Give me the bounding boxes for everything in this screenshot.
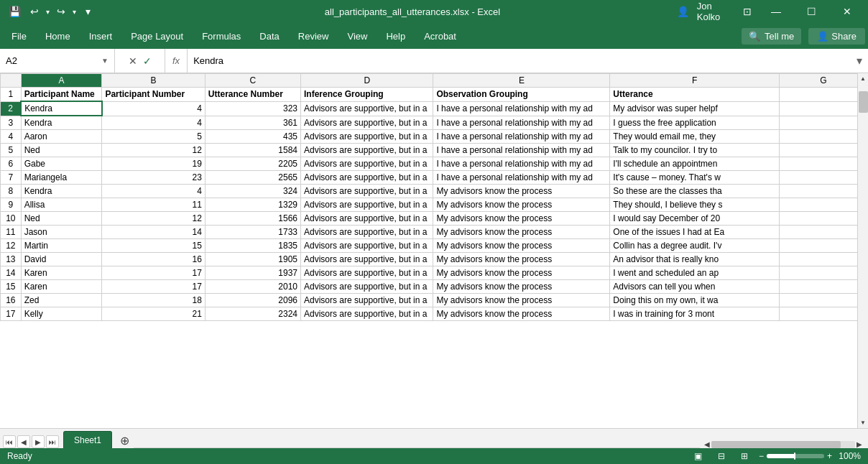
scroll-up-button[interactable]: ▲ bbox=[858, 73, 869, 84]
cell-d1[interactable]: Inference Grouping bbox=[301, 88, 433, 102]
cell-g1[interactable] bbox=[780, 88, 868, 102]
maximize-button[interactable]: ☐ bbox=[797, 0, 827, 23]
cell-a10[interactable]: Ned bbox=[21, 212, 102, 226]
cell-f4[interactable]: They would email me, they bbox=[610, 130, 780, 144]
first-sheet-button[interactable]: ⏮ bbox=[3, 435, 16, 448]
row-number[interactable]: 15 bbox=[1, 280, 22, 294]
cell-f13[interactable]: An advisor that is really kno bbox=[610, 253, 780, 266]
cell-e7[interactable]: I have a personal relationship with my a… bbox=[433, 171, 610, 185]
cell-g3[interactable] bbox=[780, 116, 868, 130]
cell-c7[interactable]: 2565 bbox=[205, 171, 300, 185]
cell-f14[interactable]: I went and scheduled an ap bbox=[610, 266, 780, 280]
cell-d14[interactable]: Advisors are supportive, but in a bbox=[301, 266, 433, 280]
cell-g10[interactable] bbox=[780, 212, 868, 226]
cell-b5[interactable]: 12 bbox=[102, 144, 205, 157]
cell-a14[interactable]: Karen bbox=[21, 266, 102, 280]
cell-f12[interactable]: Collin has a degree audit. I'v bbox=[610, 239, 780, 253]
cell-b8[interactable]: 4 bbox=[102, 185, 205, 198]
row-number[interactable]: 1 bbox=[1, 88, 22, 102]
cell-e2[interactable]: I have a personal relationship with my a… bbox=[433, 101, 610, 116]
cell-c3[interactable]: 361 bbox=[205, 116, 300, 130]
formula-input[interactable]: Kendra bbox=[188, 55, 851, 66]
cell-d10[interactable]: Advisors are supportive, but in a bbox=[301, 212, 433, 226]
row-number[interactable]: 8 bbox=[1, 185, 22, 198]
cell-f9[interactable]: They should, I believe they s bbox=[610, 198, 780, 212]
cell-g17[interactable] bbox=[780, 307, 868, 321]
cell-e10[interactable]: My advisors know the process bbox=[433, 212, 610, 226]
row-number[interactable]: 12 bbox=[1, 239, 22, 253]
menu-page-layout[interactable]: Page Layout bbox=[122, 27, 192, 46]
row-number[interactable]: 3 bbox=[1, 116, 22, 130]
cell-e17[interactable]: My advisors know the process bbox=[433, 307, 610, 321]
hscroll-track[interactable] bbox=[711, 441, 855, 448]
cell-f17[interactable]: I was in training for 3 mont bbox=[610, 307, 780, 321]
cell-g14[interactable] bbox=[780, 266, 868, 280]
formula-expand-icon[interactable]: ▾ bbox=[851, 54, 868, 68]
sheet-tab-sheet1[interactable]: Sheet1 bbox=[63, 431, 112, 448]
undo-icon[interactable]: ↩ bbox=[26, 3, 43, 20]
table-row[interactable]: 4Aaron5435Advisors are supportive, but i… bbox=[1, 130, 868, 144]
add-sheet-button[interactable]: ⊕ bbox=[116, 432, 132, 448]
cell-g12[interactable] bbox=[780, 239, 868, 253]
table-row[interactable]: 8Kendra4324Advisors are supportive, but … bbox=[1, 185, 868, 198]
table-row[interactable]: 13David161905Advisors are supportive, bu… bbox=[1, 253, 868, 266]
zoom-control[interactable]: − + 100% bbox=[759, 451, 861, 461]
cell-c14[interactable]: 1937 bbox=[205, 266, 300, 280]
cell-c10[interactable]: 1566 bbox=[205, 212, 300, 226]
hscroll-right-button[interactable]: ▶ bbox=[857, 440, 862, 448]
ribbon-toggle-icon[interactable]: ⊡ bbox=[739, 3, 755, 20]
cell-e8[interactable]: My advisors know the process bbox=[433, 185, 610, 198]
cell-c5[interactable]: 1584 bbox=[205, 144, 300, 157]
menu-data[interactable]: Data bbox=[251, 27, 287, 46]
cell-b17[interactable]: 21 bbox=[102, 307, 205, 321]
cell-a8[interactable]: Kendra bbox=[21, 185, 102, 198]
cell-a13[interactable]: David bbox=[21, 253, 102, 266]
table-row[interactable]: 1Participant NameParticipant NumberUtter… bbox=[1, 88, 868, 102]
cell-a5[interactable]: Ned bbox=[21, 144, 102, 157]
cell-b16[interactable]: 18 bbox=[102, 294, 205, 307]
cell-e4[interactable]: I have a personal relationship with my a… bbox=[433, 130, 610, 144]
cell-c1[interactable]: Utterance Number bbox=[205, 88, 300, 102]
cell-f8[interactable]: So these are the classes tha bbox=[610, 185, 780, 198]
cell-e1[interactable]: Observation Grouping bbox=[433, 88, 610, 102]
menu-review[interactable]: Review bbox=[290, 27, 338, 46]
cell-d3[interactable]: Advisors are supportive, but in a bbox=[301, 116, 433, 130]
cell-d11[interactable]: Advisors are supportive, but in a bbox=[301, 226, 433, 239]
row-number[interactable]: 5 bbox=[1, 144, 22, 157]
menu-insert[interactable]: Insert bbox=[80, 27, 121, 46]
cell-c11[interactable]: 1733 bbox=[205, 226, 300, 239]
cell-g5[interactable] bbox=[780, 144, 868, 157]
cell-e16[interactable]: My advisors know the process bbox=[433, 294, 610, 307]
cell-e5[interactable]: I have a personal relationship with my a… bbox=[433, 144, 610, 157]
cell-c13[interactable]: 1905 bbox=[205, 253, 300, 266]
cell-e11[interactable]: My advisors know the process bbox=[433, 226, 610, 239]
cell-b13[interactable]: 16 bbox=[102, 253, 205, 266]
cell-f15[interactable]: Advisors can tell you when bbox=[610, 280, 780, 294]
cell-b9[interactable]: 11 bbox=[102, 198, 205, 212]
zoom-level[interactable]: 100% bbox=[835, 451, 861, 461]
cell-f3[interactable]: I guess the free application bbox=[610, 116, 780, 130]
cell-a9[interactable]: Allisa bbox=[21, 198, 102, 212]
cell-f16[interactable]: Doing this on my own, it wa bbox=[610, 294, 780, 307]
cell-a7[interactable]: Mariangela bbox=[21, 171, 102, 185]
scroll-track[interactable] bbox=[858, 84, 868, 417]
col-header-f[interactable]: F bbox=[610, 74, 780, 88]
col-header-e[interactable]: E bbox=[433, 74, 610, 88]
customize-icon[interactable]: ▾ bbox=[79, 3, 96, 20]
cell-b4[interactable]: 5 bbox=[102, 130, 205, 144]
cell-c12[interactable]: 1835 bbox=[205, 239, 300, 253]
cell-f6[interactable]: I'll schedule an appointmen bbox=[610, 157, 780, 171]
cell-d17[interactable]: Advisors are supportive, but in a bbox=[301, 307, 433, 321]
confirm-formula-button[interactable]: ✓ bbox=[143, 55, 152, 67]
cell-d16[interactable]: Advisors are supportive, but in a bbox=[301, 294, 433, 307]
cell-g2[interactable] bbox=[780, 101, 868, 116]
table-row[interactable]: 6Gabe192205Advisors are supportive, but … bbox=[1, 157, 868, 171]
zoom-in-button[interactable]: + bbox=[827, 451, 832, 461]
close-button[interactable]: ✕ bbox=[832, 0, 862, 23]
zoom-out-button[interactable]: − bbox=[759, 451, 764, 461]
cell-a4[interactable]: Aaron bbox=[21, 130, 102, 144]
cell-g16[interactable] bbox=[780, 294, 868, 307]
cell-d13[interactable]: Advisors are supportive, but in a bbox=[301, 253, 433, 266]
row-number[interactable]: 9 bbox=[1, 198, 22, 212]
cell-c17[interactable]: 2324 bbox=[205, 307, 300, 321]
